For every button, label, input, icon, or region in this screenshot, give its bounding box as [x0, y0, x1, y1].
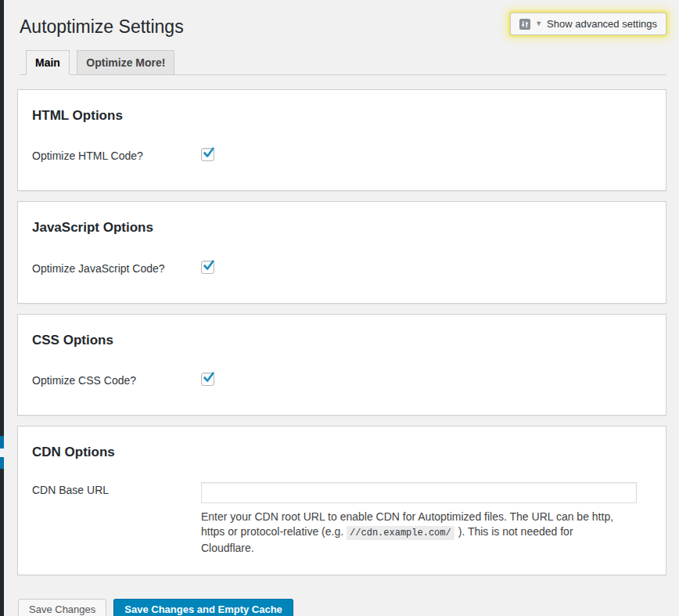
optimize-html-label: Optimize HTML Code? — [32, 148, 201, 162]
form-row: CDN Base URL Enter your CDN root URL to … — [32, 482, 650, 556]
form-row: Optimize JavaScript Code? — [32, 261, 650, 277]
row-control — [201, 148, 650, 164]
optimize-js-checkbox[interactable] — [201, 261, 214, 274]
optimize-css-label: Optimize CSS Code? — [32, 373, 201, 387]
sliders-icon — [519, 19, 530, 30]
tab-optimize-more[interactable]: Optimize More! — [77, 50, 174, 75]
show-advanced-settings-button[interactable]: ▼ Show advanced settings — [510, 13, 666, 35]
section-title: CSS Options — [32, 332, 650, 348]
section-cdn-options: CDN Options CDN Base URL Enter your CDN … — [17, 426, 666, 575]
form-actions: Save Changes Save Changes and Empty Cach… — [18, 599, 666, 616]
show-advanced-settings-label: Show advanced settings — [547, 18, 657, 30]
chevron-down-icon: ▼ — [535, 20, 542, 27]
row-control — [201, 261, 650, 277]
form-row: Optimize CSS Code? — [32, 373, 650, 389]
check-icon — [201, 145, 217, 160]
cdn-example-code: //cdn.example.com/ — [347, 526, 454, 540]
optimize-html-checkbox[interactable] — [201, 148, 214, 161]
check-icon — [201, 369, 217, 385]
cdn-base-url-input[interactable] — [201, 482, 637, 503]
save-changes-button[interactable]: Save Changes — [18, 599, 106, 616]
section-title: CDN Options — [32, 444, 650, 460]
section-css-options: CSS Options Optimize CSS Code? — [17, 314, 666, 416]
cdn-base-url-label: CDN Base URL — [32, 482, 201, 496]
row-control: Enter your CDN root URL to enable CDN fo… — [201, 482, 650, 556]
form-row: Optimize HTML Code? — [32, 148, 650, 164]
settings-page: Autoptimize Settings ▼ Show advanced set… — [4, 0, 679, 616]
section-title: HTML Options — [32, 107, 650, 124]
save-changes-empty-cache-button[interactable]: Save Changes and Empty Cache — [113, 599, 293, 616]
row-control — [201, 373, 650, 389]
optimize-css-checkbox[interactable] — [201, 373, 214, 386]
optimize-js-label: Optimize JavaScript Code? — [32, 261, 201, 275]
cdn-help-text: Enter your CDN root URL to enable CDN fo… — [201, 510, 629, 556]
section-html-options: HTML Options Optimize HTML Code? — [17, 89, 666, 191]
section-javascript-options: JavaScript Options Optimize JavaScript C… — [17, 201, 666, 303]
tab-main[interactable]: Main — [26, 50, 70, 75]
nav-tabs: Main Optimize More! — [20, 50, 666, 75]
check-icon — [201, 258, 217, 273]
section-title: JavaScript Options — [32, 219, 650, 236]
